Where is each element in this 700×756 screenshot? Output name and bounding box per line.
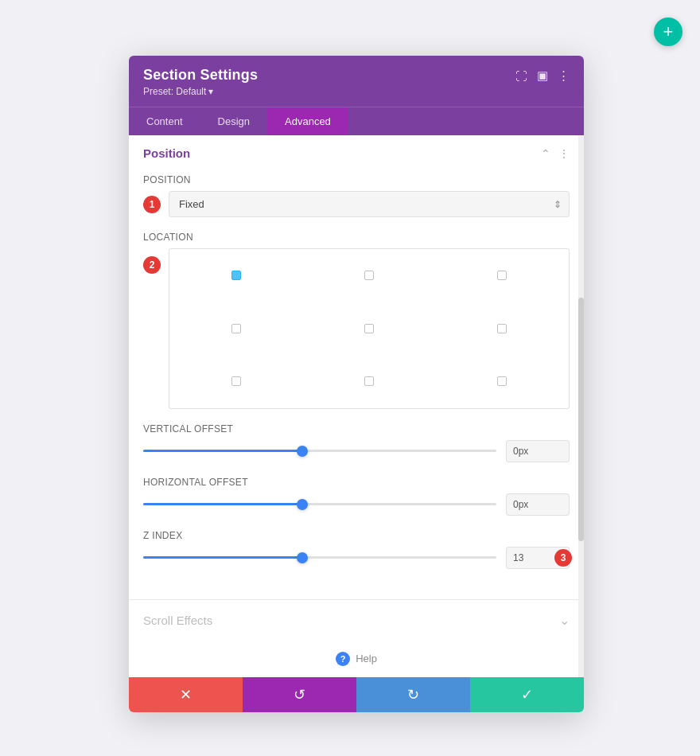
modal-title-area: Section Settings Preset: Default ▾ xyxy=(143,67,258,97)
help-icon: ? xyxy=(336,652,350,666)
horizontal-offset-thumb[interactable] xyxy=(297,499,308,510)
tab-design[interactable]: Design xyxy=(200,107,267,135)
horizontal-offset-row: Horizontal Offset 0px xyxy=(143,477,570,516)
location-grid-container xyxy=(169,248,570,409)
grid-dot-middle-center xyxy=(364,324,374,333)
preset-label: Preset: Default xyxy=(143,86,206,97)
undo-button[interactable]: ↺ xyxy=(243,677,356,712)
section-header-icons: ⌃ ⋮ xyxy=(541,147,570,160)
help-label: Help xyxy=(356,653,377,664)
horizontal-offset-slider-wrapper[interactable] xyxy=(143,503,496,505)
position-field-label: Position xyxy=(143,174,570,185)
cancel-button[interactable]: ✕ xyxy=(129,677,243,712)
z-index-slider-row: 13 3 xyxy=(143,547,570,569)
position-select[interactable]: Fixed Default Absolute Relative xyxy=(169,191,570,217)
z-index-value: 13 xyxy=(513,552,523,563)
z-index-input[interactable]: 13 3 xyxy=(506,547,570,569)
split-view-icon[interactable]: ▣ xyxy=(537,68,548,83)
z-index-slider-wrapper[interactable] xyxy=(143,556,496,559)
step2-badge: 2 xyxy=(143,256,161,274)
grid-dot-bottom-left xyxy=(231,376,241,386)
z-index-row: Z Index 13 3 xyxy=(143,530,570,569)
position-panel: Position ⌃ ⋮ Position 1 Fixed Default Ab xyxy=(129,135,584,600)
modal-body: Position ⌃ ⋮ Position 1 Fixed Default Ab xyxy=(129,135,584,677)
step1-badge: 1 xyxy=(143,196,161,213)
grid-cell-middle-right[interactable] xyxy=(436,302,569,356)
grid-dot-middle-left xyxy=(231,324,241,333)
grid-dot-bottom-right xyxy=(497,376,507,386)
tab-content[interactable]: Content xyxy=(129,107,200,135)
vertical-offset-input[interactable]: 0px xyxy=(506,440,570,462)
horizontal-offset-slider-row: 0px xyxy=(143,493,570,516)
grid-cell-bottom-center[interactable] xyxy=(302,355,435,408)
scrollbar-thumb[interactable] xyxy=(578,298,584,541)
vertical-offset-label: Vertical Offset xyxy=(143,423,570,435)
z-index-label: Z Index xyxy=(143,530,570,541)
step3-badge: 3 xyxy=(554,549,572,567)
plus-icon: + xyxy=(663,21,674,42)
modal-title: Section Settings xyxy=(143,67,258,84)
location-wrapper: 2 xyxy=(143,248,570,409)
modal-header: Section Settings Preset: Default ▾ ⛶ ▣ ⋮ xyxy=(129,56,584,107)
grid-cell-bottom-right[interactable] xyxy=(436,355,569,408)
collapse-icon[interactable]: ⌃ xyxy=(541,147,550,160)
vertical-offset-track xyxy=(143,450,496,452)
vertical-offset-row: Vertical Offset 0px xyxy=(143,423,570,462)
section-settings-modal: Section Settings Preset: Default ▾ ⛶ ▣ ⋮… xyxy=(129,56,584,712)
grid-dot-top-left xyxy=(231,271,241,280)
position-section-header[interactable]: Position ⌃ ⋮ xyxy=(129,135,584,171)
vertical-offset-thumb[interactable] xyxy=(297,446,308,457)
grid-dot-top-center xyxy=(364,271,374,280)
help-bar[interactable]: ? Help xyxy=(129,641,584,677)
scroll-effects-header[interactable]: Scroll Effects ⌄ xyxy=(143,600,570,641)
modal-preset[interactable]: Preset: Default ▾ xyxy=(143,86,258,97)
scroll-effects-expand-icon: ⌄ xyxy=(559,613,570,628)
position-section-content: Position 1 Fixed Default Absolute Relati… xyxy=(129,171,584,599)
grid-cell-top-right[interactable] xyxy=(436,249,569,302)
undo-icon: ↺ xyxy=(294,686,305,703)
position-section-title: Position xyxy=(143,146,190,160)
scroll-effects-title: Scroll Effects xyxy=(143,614,212,627)
horizontal-offset-label: Horizontal Offset xyxy=(143,477,570,488)
focus-icon[interactable]: ⛶ xyxy=(515,69,527,83)
position-field-row: Position 1 Fixed Default Absolute Relati… xyxy=(143,174,570,217)
z-index-track xyxy=(143,556,496,559)
grid-cell-top-center[interactable] xyxy=(302,249,435,302)
location-field-row: Location 2 xyxy=(143,232,570,409)
scroll-effects-section: Scroll Effects ⌄ xyxy=(129,600,584,641)
horizontal-offset-track xyxy=(143,503,496,505)
grid-cell-middle-left[interactable] xyxy=(169,302,302,356)
vertical-offset-slider-row: 0px xyxy=(143,440,570,462)
save-icon: ✓ xyxy=(521,686,533,703)
fab-add-button[interactable]: + xyxy=(654,18,682,46)
location-field-label: Location xyxy=(143,232,570,243)
horizontal-offset-fill xyxy=(143,503,302,505)
grid-dot-bottom-center xyxy=(364,376,374,386)
modal-tabs: Content Design Advanced xyxy=(129,107,584,135)
z-index-fill xyxy=(143,556,302,559)
vertical-offset-slider-wrapper[interactable] xyxy=(143,450,496,452)
position-select-wrapper: 1 Fixed Default Absolute Relative ⇕ xyxy=(143,191,570,217)
header-icons-group: ⛶ ▣ ⋮ xyxy=(515,68,570,83)
modal-footer: ✕ ↺ ↻ ✓ xyxy=(129,677,584,712)
grid-cell-middle-center[interactable] xyxy=(302,302,435,356)
grid-dot-top-right xyxy=(497,271,507,280)
redo-button[interactable]: ↻ xyxy=(356,677,470,712)
grid-dot-middle-right xyxy=(497,324,507,333)
grid-cell-top-left[interactable] xyxy=(169,249,302,302)
vertical-offset-fill xyxy=(143,450,302,452)
save-button[interactable]: ✓ xyxy=(470,677,584,712)
redo-icon: ↻ xyxy=(407,686,419,703)
tab-advanced[interactable]: Advanced xyxy=(267,107,348,135)
grid-cell-bottom-left[interactable] xyxy=(169,355,302,408)
horizontal-offset-input[interactable]: 0px xyxy=(506,493,570,516)
z-index-thumb[interactable] xyxy=(297,552,308,563)
location-grid xyxy=(169,248,570,409)
more-options-icon[interactable]: ⋮ xyxy=(558,68,570,83)
cancel-icon: ✕ xyxy=(180,686,192,703)
scrollbar-track xyxy=(578,135,584,677)
preset-dropdown-arrow: ▾ xyxy=(208,86,213,97)
section-more-icon[interactable]: ⋮ xyxy=(558,147,570,160)
